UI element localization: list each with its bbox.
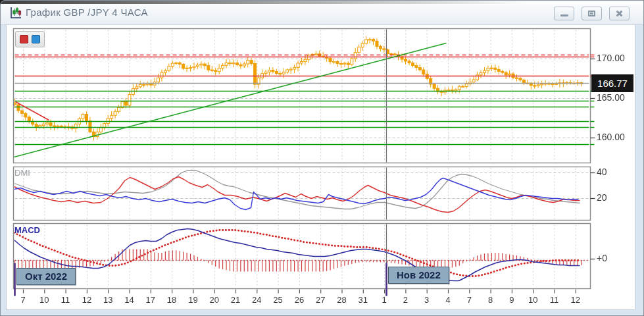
minimize-icon <box>560 14 568 16</box>
month-badge-october: Окт 2022 <box>16 268 76 285</box>
date-label-1: 1 <box>376 295 393 305</box>
date-label-18: 18 <box>163 295 180 305</box>
date-label-27: 27 <box>312 295 329 305</box>
month-badge-november: Нов 2022 <box>388 267 449 284</box>
date-label-12: 12 <box>78 295 95 305</box>
restore-button[interactable] <box>582 7 602 20</box>
chart-toolbar <box>15 31 45 47</box>
date-label-11: 11 <box>57 295 74 305</box>
date-label-14: 14 <box>121 295 138 305</box>
date-label-12: 12 <box>567 295 584 305</box>
date-label-20: 20 <box>206 295 223 305</box>
date-label-13: 13 <box>99 295 116 305</box>
window-controls <box>554 7 630 20</box>
app-window: DMI MACD Окт 2022 Нов 2022 166.77 170.00… <box>0 0 644 316</box>
blue-marker-button[interactable] <box>32 35 40 43</box>
date-label-28: 28 <box>334 295 351 305</box>
close-button[interactable] <box>609 7 630 20</box>
date-label-25: 25 <box>270 295 287 305</box>
date-label-8: 8 <box>482 295 499 305</box>
price-axis-label-1: 165.00 <box>597 92 625 103</box>
titlebar[interactable]: График GBP /JPY 4 ЧАСА <box>1 1 643 25</box>
date-label-9: 9 <box>503 295 520 305</box>
candlestick-chart-icon <box>9 7 22 20</box>
macd-axis-label: +0 <box>597 253 607 263</box>
date-label-10: 10 <box>36 295 53 305</box>
date-label-7: 7 <box>14 295 32 305</box>
date-label-7: 7 <box>460 295 478 305</box>
price-axis-label-2: 160.00 <box>597 132 625 142</box>
date-label-3: 3 <box>418 295 435 305</box>
minimize-button[interactable] <box>554 7 574 20</box>
date-label-26: 26 <box>291 295 308 305</box>
red-marker-button[interactable] <box>20 35 28 43</box>
macd-panel-label: MACD <box>14 225 40 235</box>
chart-canvas[interactable] <box>1 1 644 316</box>
date-label-17: 17 <box>142 295 159 305</box>
date-label-19: 19 <box>184 295 201 305</box>
date-label-21: 21 <box>227 295 244 305</box>
date-label-2: 2 <box>397 295 414 305</box>
dmi-axis-label-0: 40 <box>597 167 607 177</box>
date-label-4: 4 <box>439 295 457 305</box>
last-price-badge: 166.77 <box>591 74 633 92</box>
date-label-31: 31 <box>355 295 372 305</box>
date-label-10: 10 <box>524 295 541 305</box>
price-axis-label-0: 170.00 <box>597 53 625 63</box>
restore-icon <box>588 11 595 16</box>
date-label-11: 11 <box>546 295 563 305</box>
dmi-panel-label: DMI <box>14 168 30 178</box>
date-label-24: 24 <box>248 295 265 305</box>
dmi-axis-label-1: 20 <box>597 192 607 203</box>
window-title: График GBP /JPY 4 ЧАСА <box>26 7 148 18</box>
close-icon <box>615 9 624 18</box>
